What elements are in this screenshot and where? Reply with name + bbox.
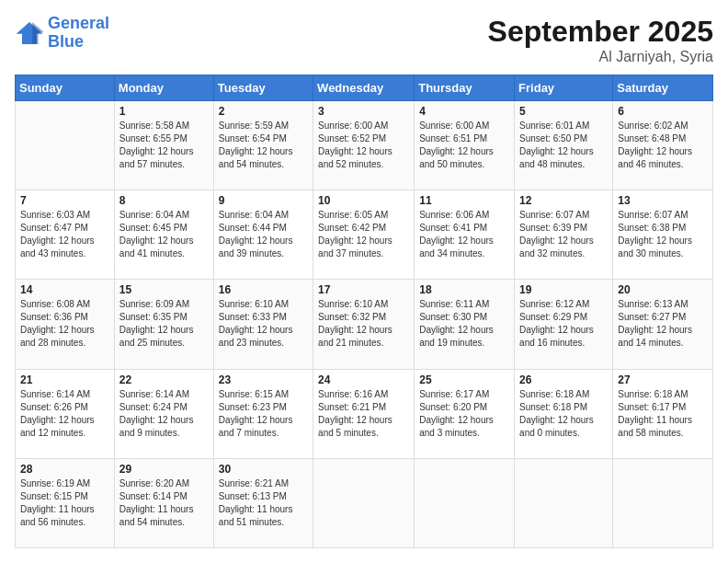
calendar-week-row: 28Sunrise: 6:19 AM Sunset: 6:15 PM Dayli… bbox=[16, 458, 713, 547]
calendar-week-row: 21Sunrise: 6:14 AM Sunset: 6:26 PM Dayli… bbox=[16, 369, 713, 458]
day-number: 10 bbox=[318, 194, 409, 207]
col-tuesday: Tuesday bbox=[213, 75, 313, 101]
day-number: 1 bbox=[119, 105, 209, 118]
calendar-cell: 21Sunrise: 6:14 AM Sunset: 6:26 PM Dayli… bbox=[16, 369, 115, 458]
calendar-cell: 13Sunrise: 6:07 AM Sunset: 6:38 PM Dayli… bbox=[613, 190, 713, 280]
day-info: Sunrise: 6:10 AM Sunset: 6:32 PM Dayligh… bbox=[318, 298, 409, 350]
title-block: September 2025 Al Jarniyah, Syria bbox=[488, 15, 713, 65]
day-info: Sunrise: 6:07 AM Sunset: 6:39 PM Dayligh… bbox=[519, 209, 608, 260]
day-number: 9 bbox=[219, 194, 308, 207]
calendar-cell: 3Sunrise: 6:00 AM Sunset: 6:52 PM Daylig… bbox=[313, 101, 415, 190]
col-friday: Friday bbox=[515, 75, 613, 101]
day-number: 21 bbox=[20, 373, 109, 386]
calendar-cell: 15Sunrise: 6:09 AM Sunset: 6:35 PM Dayli… bbox=[114, 280, 213, 369]
day-number: 16 bbox=[219, 283, 308, 296]
calendar-cell: 16Sunrise: 6:10 AM Sunset: 6:33 PM Dayli… bbox=[213, 280, 313, 369]
day-number: 24 bbox=[318, 373, 409, 386]
day-info: Sunrise: 6:16 AM Sunset: 6:21 PM Dayligh… bbox=[318, 388, 409, 440]
day-number: 23 bbox=[219, 373, 308, 386]
calendar-cell: 4Sunrise: 6:00 AM Sunset: 6:51 PM Daylig… bbox=[415, 101, 515, 190]
day-info: Sunrise: 6:18 AM Sunset: 6:18 PM Dayligh… bbox=[519, 388, 608, 440]
calendar-week-row: 1Sunrise: 5:58 AM Sunset: 6:55 PM Daylig… bbox=[16, 101, 713, 190]
col-monday: Monday bbox=[114, 75, 213, 101]
calendar-cell: 23Sunrise: 6:15 AM Sunset: 6:23 PM Dayli… bbox=[213, 369, 313, 458]
day-number: 2 bbox=[219, 105, 308, 118]
day-number: 30 bbox=[219, 463, 308, 476]
header: General Blue September 2025 Al Jarniyah,… bbox=[15, 15, 713, 65]
calendar-cell: 6Sunrise: 6:02 AM Sunset: 6:48 PM Daylig… bbox=[613, 101, 713, 190]
day-info: Sunrise: 6:01 AM Sunset: 6:50 PM Dayligh… bbox=[519, 120, 608, 171]
day-info: Sunrise: 6:06 AM Sunset: 6:41 PM Dayligh… bbox=[419, 209, 509, 260]
calendar-header-row: Sunday Monday Tuesday Wednesday Thursday… bbox=[16, 75, 713, 101]
day-number: 13 bbox=[618, 194, 708, 207]
calendar-cell: 8Sunrise: 6:04 AM Sunset: 6:45 PM Daylig… bbox=[114, 190, 213, 280]
col-wednesday: Wednesday bbox=[313, 75, 415, 101]
calendar-cell: 29Sunrise: 6:20 AM Sunset: 6:14 PM Dayli… bbox=[114, 458, 213, 547]
svg-marker-0 bbox=[17, 22, 43, 44]
day-info: Sunrise: 5:58 AM Sunset: 6:55 PM Dayligh… bbox=[119, 120, 209, 171]
day-info: Sunrise: 6:13 AM Sunset: 6:27 PM Dayligh… bbox=[618, 298, 708, 350]
day-info: Sunrise: 6:00 AM Sunset: 6:51 PM Dayligh… bbox=[419, 120, 509, 171]
day-info: Sunrise: 5:59 AM Sunset: 6:54 PM Dayligh… bbox=[219, 120, 308, 171]
day-info: Sunrise: 6:17 AM Sunset: 6:20 PM Dayligh… bbox=[419, 388, 509, 440]
calendar-cell: 1Sunrise: 5:58 AM Sunset: 6:55 PM Daylig… bbox=[114, 101, 213, 190]
calendar-cell: 17Sunrise: 6:10 AM Sunset: 6:32 PM Dayli… bbox=[313, 280, 415, 369]
day-info: Sunrise: 6:14 AM Sunset: 6:26 PM Dayligh… bbox=[20, 388, 109, 440]
day-info: Sunrise: 6:05 AM Sunset: 6:42 PM Dayligh… bbox=[318, 209, 409, 260]
subtitle: Al Jarniyah, Syria bbox=[488, 49, 713, 65]
day-number: 29 bbox=[119, 463, 209, 476]
calendar-cell: 24Sunrise: 6:16 AM Sunset: 6:21 PM Dayli… bbox=[313, 369, 415, 458]
svg-marker-1 bbox=[32, 22, 44, 44]
calendar-week-row: 7Sunrise: 6:03 AM Sunset: 6:47 PM Daylig… bbox=[16, 190, 713, 280]
calendar-cell: 5Sunrise: 6:01 AM Sunset: 6:50 PM Daylig… bbox=[515, 101, 613, 190]
day-info: Sunrise: 6:07 AM Sunset: 6:38 PM Dayligh… bbox=[618, 209, 708, 260]
day-info: Sunrise: 6:03 AM Sunset: 6:47 PM Dayligh… bbox=[20, 209, 109, 260]
calendar-cell: 26Sunrise: 6:18 AM Sunset: 6:18 PM Dayli… bbox=[515, 369, 613, 458]
logo-icon bbox=[15, 20, 44, 46]
day-info: Sunrise: 6:15 AM Sunset: 6:23 PM Dayligh… bbox=[219, 388, 308, 440]
day-info: Sunrise: 6:10 AM Sunset: 6:33 PM Dayligh… bbox=[219, 298, 308, 350]
day-number: 15 bbox=[119, 283, 209, 296]
day-info: Sunrise: 6:04 AM Sunset: 6:44 PM Dayligh… bbox=[219, 209, 308, 260]
calendar-cell bbox=[415, 458, 515, 547]
day-number: 20 bbox=[618, 283, 708, 296]
calendar-week-row: 14Sunrise: 6:08 AM Sunset: 6:36 PM Dayli… bbox=[16, 280, 713, 369]
calendar-cell: 30Sunrise: 6:21 AM Sunset: 6:13 PM Dayli… bbox=[213, 458, 313, 547]
calendar-cell: 22Sunrise: 6:14 AM Sunset: 6:24 PM Dayli… bbox=[114, 369, 213, 458]
day-info: Sunrise: 6:11 AM Sunset: 6:30 PM Dayligh… bbox=[419, 298, 509, 350]
day-number: 19 bbox=[519, 283, 608, 296]
calendar-cell: 25Sunrise: 6:17 AM Sunset: 6:20 PM Dayli… bbox=[415, 369, 515, 458]
calendar-cell: 18Sunrise: 6:11 AM Sunset: 6:30 PM Dayli… bbox=[415, 280, 515, 369]
day-info: Sunrise: 6:19 AM Sunset: 6:15 PM Dayligh… bbox=[20, 477, 109, 529]
day-number: 11 bbox=[419, 194, 509, 207]
day-number: 18 bbox=[419, 283, 509, 296]
day-info: Sunrise: 6:09 AM Sunset: 6:35 PM Dayligh… bbox=[119, 298, 209, 350]
day-info: Sunrise: 6:08 AM Sunset: 6:36 PM Dayligh… bbox=[20, 298, 109, 350]
calendar-cell bbox=[16, 101, 115, 190]
calendar-cell: 11Sunrise: 6:06 AM Sunset: 6:41 PM Dayli… bbox=[415, 190, 515, 280]
day-number: 8 bbox=[119, 194, 209, 207]
logo: General Blue bbox=[15, 15, 109, 52]
calendar-cell: 20Sunrise: 6:13 AM Sunset: 6:27 PM Dayli… bbox=[613, 280, 713, 369]
day-info: Sunrise: 6:20 AM Sunset: 6:14 PM Dayligh… bbox=[119, 477, 209, 529]
day-number: 6 bbox=[618, 105, 708, 118]
day-number: 25 bbox=[419, 373, 509, 386]
day-info: Sunrise: 6:00 AM Sunset: 6:52 PM Dayligh… bbox=[318, 120, 409, 171]
calendar-cell: 7Sunrise: 6:03 AM Sunset: 6:47 PM Daylig… bbox=[16, 190, 115, 280]
day-info: Sunrise: 6:12 AM Sunset: 6:29 PM Dayligh… bbox=[519, 298, 608, 350]
col-thursday: Thursday bbox=[415, 75, 515, 101]
day-info: Sunrise: 6:18 AM Sunset: 6:17 PM Dayligh… bbox=[618, 388, 708, 440]
day-number: 14 bbox=[20, 283, 109, 296]
main-title: September 2025 bbox=[488, 15, 713, 49]
day-number: 12 bbox=[519, 194, 608, 207]
calendar-cell bbox=[313, 458, 415, 547]
day-number: 28 bbox=[20, 463, 109, 476]
day-number: 26 bbox=[519, 373, 608, 386]
logo-text: General Blue bbox=[48, 15, 109, 52]
day-number: 7 bbox=[20, 194, 109, 207]
col-sunday: Sunday bbox=[16, 75, 115, 101]
day-info: Sunrise: 6:21 AM Sunset: 6:13 PM Dayligh… bbox=[219, 477, 308, 529]
calendar-cell bbox=[613, 458, 713, 547]
calendar-cell: 27Sunrise: 6:18 AM Sunset: 6:17 PM Dayli… bbox=[613, 369, 713, 458]
day-number: 27 bbox=[618, 373, 708, 386]
